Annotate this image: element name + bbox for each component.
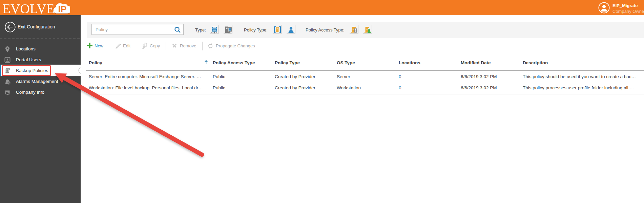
svg-text:IP: IP	[58, 4, 67, 14]
